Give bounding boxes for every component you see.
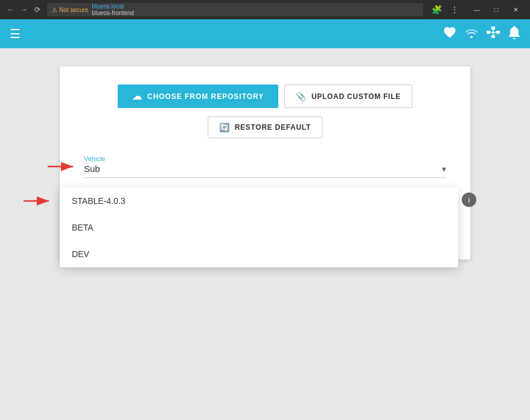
network-icon[interactable] xyxy=(487,27,500,42)
choose-repo-label: CHOOSE FROM REPOSITORY xyxy=(147,92,264,101)
security-indicator: ⚠ Not secure xyxy=(52,7,88,13)
address-bar[interactable]: ⚠ Not secure blueos.local blueos-fronten… xyxy=(47,3,423,16)
firmware-option-dev[interactable]: DEV xyxy=(60,241,458,267)
firmware-section: Firmware STABLE-4.0.3 xyxy=(84,188,446,195)
restore-default-button[interactable]: 🔄 RESTORE DEFAULT xyxy=(208,116,322,138)
warning-icon: ⚠ xyxy=(52,7,57,13)
back-button[interactable]: ← xyxy=(6,5,16,14)
vehicle-dropdown-arrow: ▾ xyxy=(442,164,446,174)
info-icon-label: i xyxy=(468,196,470,205)
upload-custom-file-button[interactable]: 📎 UPLOAD CUSTOM FILE xyxy=(284,84,412,108)
hamburger-menu[interactable]: ☰ xyxy=(10,27,21,41)
cloud-icon: ☁ xyxy=(132,91,142,102)
svg-rect-1 xyxy=(491,27,495,30)
window-controls: — □ ✕ xyxy=(468,3,524,16)
vehicle-arrow-indicator xyxy=(48,161,78,173)
svg-rect-3 xyxy=(496,31,500,34)
firmware-dev-label: DEV xyxy=(72,249,89,259)
minimize-button[interactable]: — xyxy=(468,3,485,16)
browser-nav-controls: ← → ⟳ xyxy=(6,5,42,14)
main-card: ☁ CHOOSE FROM REPOSITORY 📎 UPLOAD CUSTOM… xyxy=(60,66,470,259)
heart-icon[interactable] xyxy=(443,27,456,42)
topbar-left: ☰ xyxy=(10,27,21,41)
close-button[interactable]: ✕ xyxy=(507,3,524,16)
info-icon[interactable]: i xyxy=(462,192,476,207)
forward-button[interactable]: → xyxy=(19,5,29,14)
browser-extension-icon[interactable]: 🧩 xyxy=(432,5,442,14)
security-label: Not secure xyxy=(59,7,88,13)
choose-from-repository-button[interactable]: ☁ CHOOSE FROM REPOSITORY xyxy=(118,84,278,108)
browser-titlebar: ← → ⟳ ⚠ Not secure blueos.local blueos-f… xyxy=(0,0,530,19)
firmware-beta-label: BETA xyxy=(72,223,94,232)
firmware-option-stable[interactable]: STABLE-4.0.3 xyxy=(60,188,458,214)
firmware-dropdown[interactable]: STABLE-4.0.3 BETA DEV xyxy=(60,188,458,267)
topbar-icons xyxy=(443,26,520,42)
vehicle-select-row[interactable]: Sub ▾ xyxy=(84,164,446,178)
main-content: ☁ CHOOSE FROM REPOSITORY 📎 UPLOAD CUSTOM… xyxy=(0,48,530,420)
svg-rect-0 xyxy=(491,35,495,38)
vehicle-section: Vehicle Sub ▾ xyxy=(84,155,446,178)
url-group: blueos.local blueos-frontend xyxy=(92,3,134,16)
paperclip-icon: 📎 xyxy=(296,92,307,101)
red-arrow-vehicle xyxy=(48,161,78,173)
maximize-button[interactable]: □ xyxy=(488,3,505,16)
restore-label: RESTORE DEFAULT xyxy=(235,123,311,132)
browser-more-icon[interactable]: ⋮ xyxy=(450,5,459,14)
url-domain: blueos.local xyxy=(92,3,134,10)
bell-icon[interactable] xyxy=(508,26,520,42)
url-path: blueos-frontend xyxy=(92,10,134,16)
upload-label: UPLOAD CUSTOM FILE xyxy=(311,92,401,101)
restore-icon: 🔄 xyxy=(219,122,230,132)
firmware-arrow-indicator xyxy=(24,195,54,207)
action-buttons-row: ☁ CHOOSE FROM REPOSITORY 📎 UPLOAD CUSTOM… xyxy=(84,84,446,108)
firmware-stable-label: STABLE-4.0.3 xyxy=(72,196,125,206)
wifi-icon[interactable] xyxy=(465,27,478,41)
vehicle-value: Sub xyxy=(84,164,442,174)
svg-rect-2 xyxy=(487,31,490,34)
red-arrow-firmware xyxy=(24,195,54,207)
vehicle-label: Vehicle xyxy=(84,155,446,162)
firmware-option-beta[interactable]: BETA xyxy=(60,214,458,241)
app-topbar: ☰ xyxy=(0,19,530,48)
restore-row: 🔄 RESTORE DEFAULT xyxy=(84,116,446,138)
reload-button[interactable]: ⟳ xyxy=(33,5,42,14)
